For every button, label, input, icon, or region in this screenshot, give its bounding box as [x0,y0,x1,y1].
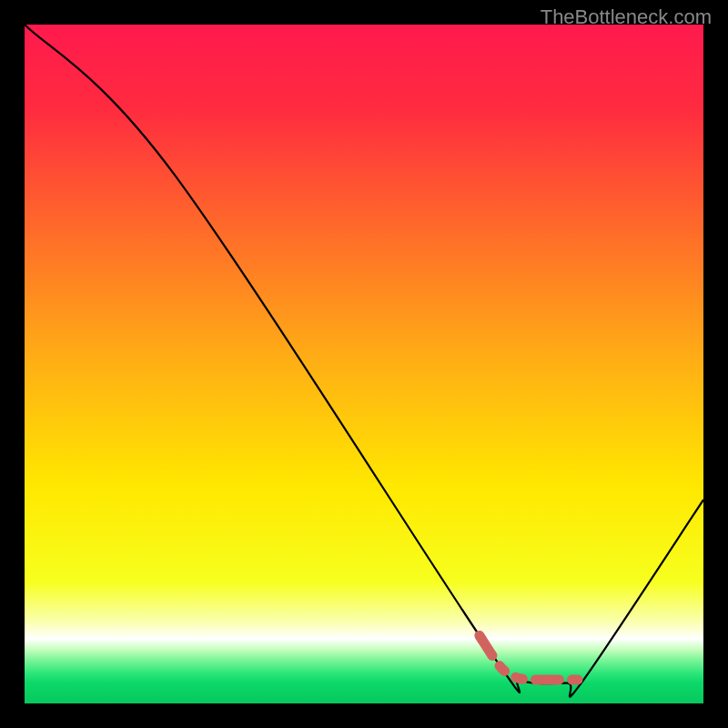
chart-plot-area [25,25,703,703]
watermark-text: TheBottleneck.com [541,5,712,29]
gradient-background [25,25,703,703]
chart-svg [25,25,703,703]
